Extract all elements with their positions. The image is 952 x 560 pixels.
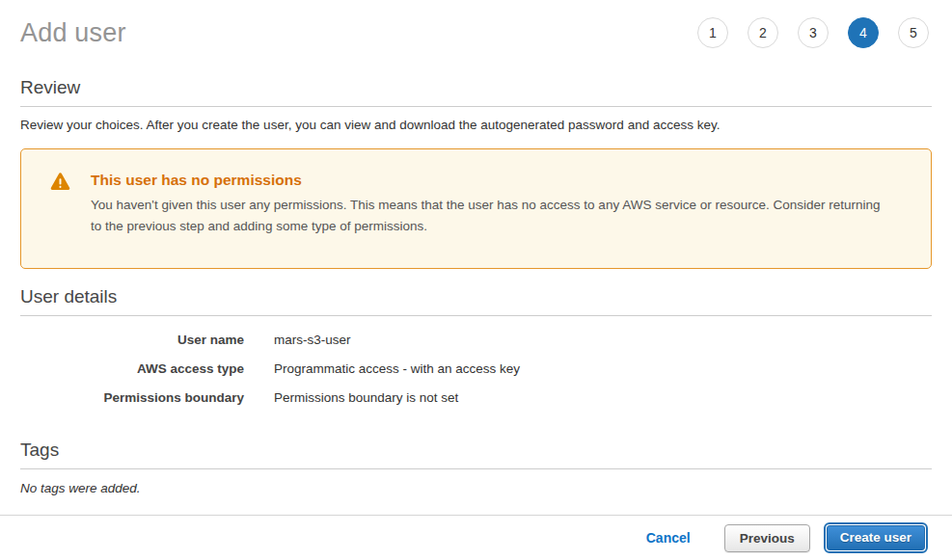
section-divider	[20, 315, 932, 316]
detail-label: Permissions boundary	[20, 390, 244, 405]
cancel-link[interactable]: Cancel	[646, 530, 691, 546]
tags-empty-text: No tags were added.	[20, 481, 932, 495]
step-3: 3	[798, 17, 829, 48]
step-4-active: 4	[848, 17, 879, 48]
review-section: Review Review your choices. After you cr…	[20, 77, 932, 132]
warning-content: This user has no permissions You haven't…	[91, 172, 892, 237]
detail-value: Programmatic access - with an access key	[274, 361, 520, 376]
detail-label: AWS access type	[20, 361, 244, 376]
detail-value: mars-s3-user	[274, 333, 351, 347]
previous-button[interactable]: Previous	[724, 524, 810, 552]
tags-heading: Tags	[20, 440, 932, 461]
detail-row-access-type: AWS access type Programmatic access - wi…	[20, 355, 932, 384]
detail-row-user-name: User name mars-s3-user	[20, 326, 932, 355]
warning-triangle-icon	[50, 173, 70, 195]
detail-value: Permissions boundary is not set	[274, 390, 458, 405]
review-description: Review your choices. After you create th…	[20, 118, 932, 132]
step-1: 1	[697, 17, 728, 48]
step-indicator: 1 2 3 4 5	[678, 17, 929, 48]
review-heading: Review	[20, 77, 932, 98]
detail-label: User name	[20, 333, 244, 347]
user-details-rows: User name mars-s3-user AWS access type P…	[20, 326, 932, 413]
no-permissions-warning: This user has no permissions You haven't…	[20, 148, 932, 269]
step-5: 5	[898, 17, 929, 48]
warning-title: This user has no permissions	[91, 172, 892, 189]
section-divider	[20, 106, 932, 107]
user-details-heading: User details	[20, 286, 932, 307]
wizard-header: Add user 1 2 3 4 5	[0, 0, 952, 48]
step-2: 2	[748, 17, 778, 48]
create-user-button-focus-ring: Create user	[824, 522, 928, 553]
tags-section: Tags No tags were added.	[20, 440, 932, 495]
detail-row-permissions-boundary: Permissions boundary Permissions boundar…	[20, 384, 932, 413]
page-title: Add user	[20, 18, 126, 48]
user-details-section: User details User name mars-s3-user AWS …	[20, 286, 932, 413]
create-user-button[interactable]: Create user	[827, 525, 925, 550]
section-divider	[20, 468, 932, 469]
warning-body: You haven't given this user any permissi…	[91, 195, 892, 237]
wizard-footer: Cancel Previous Create user	[0, 515, 952, 560]
